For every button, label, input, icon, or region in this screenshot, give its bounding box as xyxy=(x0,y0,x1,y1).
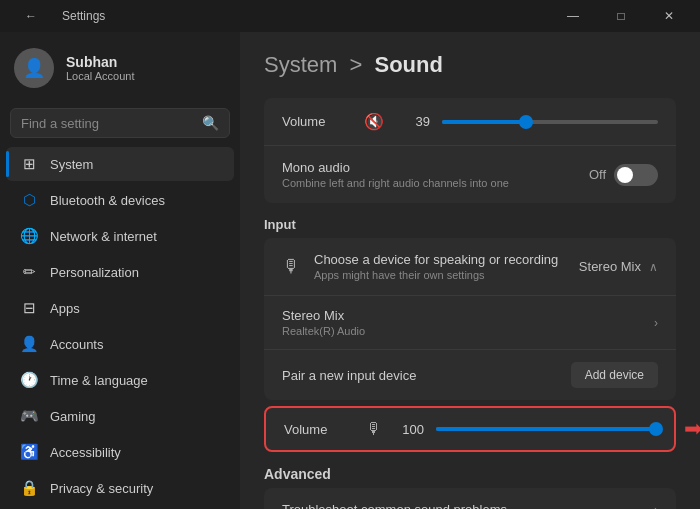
microphone-volume-icon: 🎙 xyxy=(366,420,382,438)
mono-text: Mono audio Combine left and right audio … xyxy=(282,160,589,189)
highlighted-slider-thumb[interactable] xyxy=(649,422,663,436)
main-layout: 👤 Subhan Local Account 🔍 ⊞ System ⬡ Blue… xyxy=(0,32,700,509)
gaming-icon: 🎮 xyxy=(20,407,38,425)
sidebar-item-accessibility[interactable]: ♿ Accessibility xyxy=(6,435,234,469)
time-icon: 🕐 xyxy=(20,371,38,389)
search-box[interactable]: 🔍 xyxy=(10,108,230,138)
pair-label: Pair a new input device xyxy=(282,368,571,383)
user-info: Subhan Local Account xyxy=(66,54,135,82)
volume-slider[interactable] xyxy=(442,120,658,124)
back-button[interactable]: ← xyxy=(8,0,54,32)
apps-icon: ⊟ xyxy=(20,299,38,317)
input-section-title: Input xyxy=(264,217,676,232)
sidebar-item-label: Gaming xyxy=(50,409,96,424)
input-device-row[interactable]: 🎙 Choose a device for speaking or record… xyxy=(264,238,676,295)
volume-value: 39 xyxy=(400,114,430,129)
sidebar-item-accounts[interactable]: 👤 Accounts xyxy=(6,327,234,361)
mono-desc: Combine left and right audio channels in… xyxy=(282,177,589,189)
troubleshoot-label: Troubleshoot common sound problems xyxy=(282,502,654,509)
breadcrumb-system: System xyxy=(264,52,337,77)
input-device-value: Stereo Mix xyxy=(579,259,641,274)
sidebar-item-system[interactable]: ⊞ System xyxy=(6,147,234,181)
sidebar-item-label: Accessibility xyxy=(50,445,121,460)
input-text: Choose a device for speaking or recordin… xyxy=(314,252,579,281)
sidebar-item-label: Network & internet xyxy=(50,229,157,244)
sidebar-item-time[interactable]: 🕐 Time & language xyxy=(6,363,234,397)
breadcrumb: System > Sound xyxy=(264,52,676,78)
titlebar: ← Settings — □ ✕ xyxy=(0,0,700,32)
sidebar-item-label: Apps xyxy=(50,301,80,316)
user-section: 👤 Subhan Local Account xyxy=(0,32,240,104)
input-device-title: Choose a device for speaking or recordin… xyxy=(314,252,579,267)
bluetooth-icon: ⬡ xyxy=(20,191,38,209)
troubleshoot-row[interactable]: Troubleshoot common sound problems › xyxy=(264,488,676,509)
highlighted-volume-slider[interactable] xyxy=(436,427,656,431)
stereo-mix-desc: Realtek(R) Audio xyxy=(282,325,654,337)
sidebar-item-label: Time & language xyxy=(50,373,148,388)
volume-row: Volume 🔇 39 xyxy=(264,98,676,145)
titlebar-left: ← Settings xyxy=(8,0,105,32)
sidebar-item-personalization[interactable]: ✏ Personalization xyxy=(6,255,234,289)
volume-mute-icon: 🔇 xyxy=(364,112,384,131)
sidebar-item-network[interactable]: 🌐 Network & internet xyxy=(6,219,234,253)
mono-audio-row: Mono audio Combine left and right audio … xyxy=(264,145,676,203)
sidebar-item-label: Personalization xyxy=(50,265,139,280)
breadcrumb-separator: > xyxy=(349,52,362,77)
highlighted-slider-fill xyxy=(436,427,656,431)
volume-slider-thumb[interactable] xyxy=(519,115,533,129)
add-device-button[interactable]: Add device xyxy=(571,362,658,388)
avatar: 👤 xyxy=(14,48,54,88)
sidebar-item-label: Bluetooth & devices xyxy=(50,193,165,208)
volume-label: Volume xyxy=(282,114,352,129)
account-type: Local Account xyxy=(66,70,135,82)
maximize-button[interactable]: □ xyxy=(598,0,644,32)
username: Subhan xyxy=(66,54,135,70)
breadcrumb-page: Sound xyxy=(374,52,442,77)
microphone-icon: 🎙 xyxy=(282,256,300,277)
sidebar-item-label: System xyxy=(50,157,93,172)
search-icon: 🔍 xyxy=(202,115,219,131)
mono-title: Mono audio xyxy=(282,160,589,175)
stereo-mix-row[interactable]: Stereo Mix Realtek(R) Audio › xyxy=(264,295,676,349)
mono-toggle[interactable] xyxy=(614,164,658,186)
input-card: 🎙 Choose a device for speaking or record… xyxy=(264,238,676,400)
input-device-desc: Apps might have their own settings xyxy=(314,269,579,281)
sidebar-item-label: Accounts xyxy=(50,337,103,352)
sidebar-item-gaming[interactable]: 🎮 Gaming xyxy=(6,399,234,433)
volume-card: Volume 🔇 39 Mono audio Combine left and … xyxy=(264,98,676,203)
stereo-text: Stereo Mix Realtek(R) Audio xyxy=(282,308,654,337)
minimize-button[interactable]: — xyxy=(550,0,596,32)
sidebar-item-apps[interactable]: ⊟ Apps xyxy=(6,291,234,325)
personalization-icon: ✏ xyxy=(20,263,38,281)
advanced-section-title: Advanced xyxy=(264,466,676,482)
accounts-icon: 👤 xyxy=(20,335,38,353)
search-input[interactable] xyxy=(21,116,194,131)
chevron-right-icon: › xyxy=(654,316,658,330)
sidebar-item-label: Privacy & security xyxy=(50,481,153,496)
chevron-up-icon: ∧ xyxy=(649,260,658,274)
titlebar-title: Settings xyxy=(62,9,105,23)
mono-toggle-area: Off xyxy=(589,164,658,186)
volume-slider-fill xyxy=(442,120,526,124)
content-area: System > Sound Volume 🔇 39 Mono audio Co… xyxy=(240,32,700,509)
toggle-knob xyxy=(617,167,633,183)
mono-state-label: Off xyxy=(589,167,606,182)
highlighted-volume-row: Volume 🎙 100 ➡ xyxy=(264,406,676,452)
pair-device-row: Pair a new input device Add device xyxy=(264,349,676,400)
sidebar-item-privacy[interactable]: 🔒 Privacy & security xyxy=(6,471,234,505)
close-button[interactable]: ✕ xyxy=(646,0,692,32)
highlighted-volume-label: Volume xyxy=(284,422,354,437)
accessibility-icon: ♿ xyxy=(20,443,38,461)
network-icon: 🌐 xyxy=(20,227,38,245)
privacy-icon: 🔒 xyxy=(20,479,38,497)
arrow-indicator: ➡ xyxy=(684,416,700,442)
titlebar-controls: — □ ✕ xyxy=(550,0,692,32)
sidebar-item-bluetooth[interactable]: ⬡ Bluetooth & devices xyxy=(6,183,234,217)
sidebar: 👤 Subhan Local Account 🔍 ⊞ System ⬡ Blue… xyxy=(0,32,240,509)
stereo-mix-title: Stereo Mix xyxy=(282,308,654,323)
system-icon: ⊞ xyxy=(20,155,38,173)
troubleshoot-chevron-icon: › xyxy=(654,503,658,510)
highlighted-volume-value: 100 xyxy=(394,422,424,437)
